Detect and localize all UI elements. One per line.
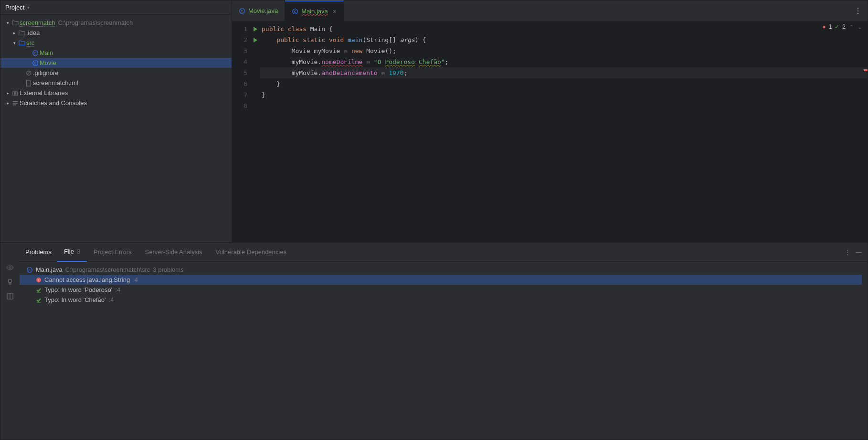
tree-iml[interactable]: screenmatch.iml bbox=[0, 78, 232, 88]
scratches-icon bbox=[11, 100, 20, 107]
extlib-label: External Libraries bbox=[20, 89, 68, 97]
minimize-icon[interactable]: — bbox=[856, 248, 862, 256]
warning-icon: ✓ bbox=[835, 23, 839, 30]
typo-icon bbox=[36, 297, 42, 303]
chevron-right-icon[interactable]: ▸ bbox=[4, 101, 11, 106]
tab-main-label: Main.java bbox=[301, 8, 328, 15]
svg-rect-18 bbox=[9, 283, 11, 284]
editor-area: C Movie.java C Main.java × ⋮ 12345678 bbox=[232, 0, 868, 242]
more-icon[interactable]: ⋮ bbox=[845, 248, 851, 256]
svg-rect-10 bbox=[13, 103, 18, 104]
tree-root[interactable]: ▾ screenmatch C:\programas\screenmatch bbox=[0, 18, 232, 28]
chevron-up-icon[interactable]: ⌃ bbox=[848, 24, 854, 30]
root-path: C:\programas\screenmatch bbox=[58, 19, 133, 26]
svg-text:C: C bbox=[34, 61, 36, 64]
svg-rect-6 bbox=[13, 91, 14, 95]
tree-idea[interactable]: ▸ .idea bbox=[0, 28, 232, 38]
class-icon: C bbox=[292, 8, 298, 15]
problems-file-header[interactable]: C Main.java C:\programas\screenmatch\src… bbox=[20, 265, 868, 275]
problems-tab-server[interactable]: Server-Side Analysis bbox=[138, 243, 209, 262]
tree-main-class[interactable]: C Main bbox=[0, 48, 232, 58]
error-count: 1 bbox=[829, 23, 832, 30]
chevron-down-icon[interactable]: ▾ bbox=[11, 41, 18, 45]
error-icon: ● bbox=[822, 23, 826, 30]
project-sidebar: Project ▾ ▾ screenmatch C:\programas\scr… bbox=[0, 0, 232, 242]
root-name: screenmatch bbox=[20, 19, 55, 27]
tree-scratches[interactable]: ▸ Scratches and Consoles bbox=[0, 98, 232, 108]
chevron-right-icon[interactable]: ▸ bbox=[4, 91, 11, 96]
class-icon: C bbox=[26, 267, 33, 273]
svg-rect-9 bbox=[13, 101, 18, 102]
chevron-down-icon[interactable]: ▾ bbox=[4, 21, 11, 25]
editor-tabs: C Movie.java C Main.java × ⋮ bbox=[232, 0, 868, 21]
main-label: Main bbox=[40, 49, 53, 56]
tree-external-libraries[interactable]: ▸ External Libraries bbox=[0, 88, 232, 98]
chevron-right-icon[interactable]: ▸ bbox=[11, 31, 18, 35]
tree-gitignore[interactable]: .gitignore bbox=[0, 68, 232, 78]
problems-side-toolbar bbox=[0, 243, 20, 440]
problems-list: C Main.java C:\programas\screenmatch\src… bbox=[20, 262, 868, 308]
svg-text:C: C bbox=[34, 51, 36, 54]
more-icon[interactable]: ⋮ bbox=[848, 6, 868, 15]
iml-label: screenmatch.iml bbox=[33, 79, 78, 86]
problems-tab-file[interactable]: File 3 bbox=[57, 243, 87, 262]
line-gutter: 12345678 bbox=[232, 21, 251, 242]
movie-label: Movie bbox=[40, 59, 56, 66]
problems-tab-project-errors[interactable]: Project Errors bbox=[87, 243, 138, 262]
problem-item[interactable]: Typo: In word 'Chefão' :4 bbox=[20, 295, 868, 305]
project-folder-icon bbox=[11, 20, 20, 26]
svg-text:C: C bbox=[28, 268, 31, 271]
svg-point-17 bbox=[8, 279, 12, 283]
project-tree: ▾ screenmatch C:\programas\screenmatch ▸… bbox=[0, 15, 232, 111]
svg-rect-7 bbox=[14, 91, 16, 95]
problems-tab-vuln[interactable]: Vulnerable Dependencies bbox=[209, 243, 293, 262]
tree-movie-class[interactable]: C Movie bbox=[0, 58, 232, 68]
svg-text:C: C bbox=[241, 9, 243, 12]
editor-indicators[interactable]: ● 1 ✓ 2 ⌃ ⌄ bbox=[822, 23, 863, 30]
svg-rect-8 bbox=[16, 91, 18, 95]
eye-icon[interactable] bbox=[6, 264, 14, 271]
class-icon: C bbox=[31, 50, 40, 56]
error-stripe[interactable] bbox=[863, 21, 868, 242]
file-icon bbox=[24, 80, 33, 86]
src-label: src bbox=[26, 39, 34, 47]
project-label: Project bbox=[5, 4, 24, 11]
problems-label: Problems bbox=[20, 248, 57, 256]
code-content[interactable]: public class Main { public static void m… bbox=[260, 21, 868, 242]
ignore-file-icon bbox=[24, 70, 33, 76]
bulb-icon[interactable] bbox=[6, 278, 14, 286]
source-folder-icon bbox=[18, 40, 26, 46]
problems-file-count: 3 problems bbox=[153, 266, 183, 273]
svg-rect-11 bbox=[13, 104, 16, 105]
svg-line-5 bbox=[27, 71, 31, 75]
error-marker[interactable] bbox=[864, 69, 868, 71]
chevron-down-icon: ▾ bbox=[27, 5, 30, 10]
problems-file-path: C:\programas\screenmatch\src bbox=[65, 266, 150, 273]
layout-icon[interactable] bbox=[6, 292, 14, 300]
library-icon bbox=[11, 90, 20, 97]
run-gutter bbox=[251, 21, 260, 242]
problems-panel: Problems File 3 Project Errors Server-Si… bbox=[0, 243, 868, 440]
typo-icon bbox=[36, 287, 42, 293]
problems-tabs: Problems File 3 Project Errors Server-Si… bbox=[20, 243, 868, 262]
svg-point-16 bbox=[9, 267, 11, 268]
tab-movie-label: Movie.java bbox=[248, 7, 278, 14]
error-icon: ! bbox=[36, 277, 42, 283]
chevron-down-icon[interactable]: ⌄ bbox=[857, 24, 863, 30]
svg-text:C: C bbox=[294, 10, 296, 13]
run-icon[interactable] bbox=[251, 23, 260, 34]
close-icon[interactable]: × bbox=[333, 8, 337, 15]
warning-count: 2 bbox=[842, 23, 846, 30]
problem-item[interactable]: ! Cannot access java.lang.String :4 bbox=[20, 275, 862, 285]
run-icon[interactable] bbox=[251, 34, 260, 45]
problems-file-name: Main.java bbox=[36, 266, 63, 273]
gitignore-label: .gitignore bbox=[33, 69, 58, 76]
tab-main[interactable]: C Main.java × bbox=[285, 0, 344, 21]
class-icon: C bbox=[239, 8, 245, 14]
idea-label: .idea bbox=[26, 29, 40, 36]
project-sidebar-header[interactable]: Project ▾ bbox=[0, 0, 232, 15]
code-editor[interactable]: 12345678 public class Main { public stat… bbox=[232, 21, 868, 242]
tree-src[interactable]: ▾ src bbox=[0, 38, 232, 48]
problem-item[interactable]: Typo: In word 'Poderoso' :4 bbox=[20, 285, 868, 295]
tab-movie[interactable]: C Movie.java bbox=[232, 0, 285, 21]
